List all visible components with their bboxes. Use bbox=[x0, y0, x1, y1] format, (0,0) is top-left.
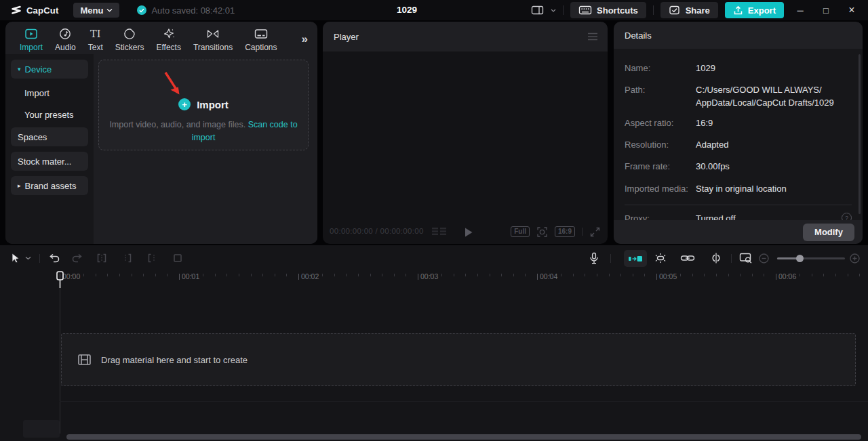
ruler-minor-tick bbox=[490, 274, 490, 276]
detail-value: C:/Users/GOOD WILL ALWAYS/ AppData/Local… bbox=[696, 84, 852, 110]
crop-button[interactable] bbox=[170, 250, 186, 266]
tabs-expand-button[interactable]: » bbox=[302, 33, 309, 46]
tab-import[interactable]: Import bbox=[14, 27, 49, 52]
link-button[interactable] bbox=[679, 250, 696, 266]
maximize-button[interactable]: □ bbox=[816, 0, 835, 20]
tool-chevron-button[interactable] bbox=[23, 250, 33, 266]
export-button[interactable]: Export bbox=[725, 2, 784, 18]
ruler-minor-tick bbox=[132, 274, 132, 276]
tab-effects[interactable]: Effects bbox=[150, 27, 186, 52]
auto-snap-toggle[interactable] bbox=[624, 250, 647, 267]
split-button[interactable] bbox=[94, 250, 110, 266]
ruler-minor-tick bbox=[501, 274, 502, 276]
ruler-minor-tick bbox=[609, 274, 610, 276]
detail-label: Frame rate: bbox=[625, 161, 696, 173]
player-title: Player bbox=[334, 32, 359, 42]
fullscreen-icon[interactable] bbox=[589, 226, 601, 238]
sidebar-item-your-presets[interactable]: Your presets bbox=[11, 106, 88, 123]
sidebar-item-spaces[interactable]: Spaces bbox=[11, 127, 88, 146]
details-scrollbar[interactable] bbox=[859, 54, 861, 214]
import-dropzone[interactable]: + Import Import video, audio, and image … bbox=[98, 60, 309, 150]
frame-pages-icon[interactable] bbox=[431, 227, 448, 236]
delete-right-button[interactable] bbox=[144, 250, 160, 266]
zoom-in-button[interactable] bbox=[846, 250, 863, 266]
zoom-fit-icon[interactable] bbox=[536, 226, 548, 238]
redo-button[interactable] bbox=[69, 250, 85, 266]
detail-label: Resolution: bbox=[625, 139, 696, 152]
aspect-ratio-button[interactable]: 16:9 bbox=[555, 226, 575, 237]
titlebar-left: CapCut Menu Auto saved: 08:42:01 bbox=[0, 0, 235, 20]
share-button[interactable]: Share bbox=[660, 2, 718, 18]
media-content-area: + Import Import video, audio, and image … bbox=[94, 54, 317, 244]
timeline-dropzone[interactable]: Drag material here and start to create bbox=[61, 333, 856, 386]
play-button[interactable] bbox=[461, 225, 476, 240]
ruler-minor-tick bbox=[358, 274, 359, 276]
snap-icon bbox=[628, 254, 643, 264]
ruler-minor-tick bbox=[848, 274, 848, 276]
timeline-zoom-slider[interactable] bbox=[777, 257, 845, 259]
minimize-button[interactable]: ─ bbox=[791, 0, 810, 20]
delete-left-button[interactable] bbox=[119, 250, 136, 266]
ruler-minor-tick bbox=[716, 274, 717, 276]
ruler-minor-tick bbox=[740, 274, 741, 276]
tab-audio[interactable]: Audio bbox=[49, 27, 82, 52]
sidebar-item-device[interactable]: ▾ Device bbox=[11, 60, 88, 79]
tab-label: Effects bbox=[156, 43, 180, 52]
menu-button[interactable]: Menu bbox=[73, 3, 119, 18]
details-footer: Modify bbox=[614, 220, 863, 244]
layout-button[interactable] bbox=[531, 5, 544, 16]
titlebar-separator bbox=[653, 5, 654, 15]
undo-button[interactable] bbox=[46, 250, 62, 266]
detail-value: 16:9 bbox=[696, 117, 852, 130]
tab-text[interactable]: TI Text bbox=[82, 27, 109, 52]
timeline-ruler[interactable]: 00:0000:0100:0200:0300:0400:0500:06 bbox=[0, 271, 868, 286]
preview-axis-icon bbox=[709, 252, 723, 264]
titlebar: CapCut Menu Auto saved: 08:42:01 1029 bbox=[0, 0, 868, 20]
playhead[interactable] bbox=[56, 271, 64, 289]
close-button[interactable]: × bbox=[842, 0, 861, 20]
autosave-text: Auto saved: 08:42:01 bbox=[151, 5, 235, 16]
ruler-minor-tick bbox=[513, 274, 514, 276]
tab-stickers[interactable]: Stickers bbox=[109, 27, 151, 52]
select-tool-button[interactable] bbox=[7, 250, 23, 266]
tab-captions[interactable]: Captions bbox=[239, 27, 283, 52]
app-name: CapCut bbox=[26, 5, 58, 16]
full-preview-button[interactable]: Full bbox=[511, 226, 530, 237]
zoom-slider-handle[interactable] bbox=[796, 255, 804, 262]
media-sidebar: ▾ Device Import Your presets Spaces Stoc… bbox=[5, 54, 94, 244]
sidebar-item-stock-materials[interactable]: Stock mater... bbox=[11, 152, 88, 171]
track-header-corner bbox=[23, 420, 60, 438]
sidebar-item-label: Stock mater... bbox=[18, 156, 71, 167]
ruler-minor-tick bbox=[251, 274, 252, 276]
import-title: Import bbox=[197, 99, 229, 110]
ruler-minor-tick bbox=[275, 274, 275, 276]
ruler-minor-tick bbox=[311, 274, 311, 276]
help-icon[interactable]: ? bbox=[842, 213, 852, 220]
player-menu-icon[interactable] bbox=[587, 33, 598, 41]
preview-axis-button[interactable] bbox=[708, 250, 724, 266]
zoom-out-button[interactable] bbox=[755, 250, 772, 266]
modify-button[interactable]: Modify bbox=[803, 224, 854, 241]
ruler-minor-tick bbox=[669, 274, 669, 276]
shortcuts-button[interactable]: Shortcuts bbox=[570, 2, 646, 18]
sidebar-item-import[interactable]: Import bbox=[11, 84, 88, 102]
layout-chevron-icon[interactable] bbox=[551, 9, 556, 12]
timeline-horizontal-scrollbar[interactable] bbox=[66, 434, 861, 440]
render-preview-button[interactable] bbox=[738, 250, 754, 266]
main-track-magnet-button[interactable] bbox=[652, 250, 669, 266]
record-voiceover-button[interactable] bbox=[586, 250, 602, 266]
tab-transitions[interactable]: Transitions bbox=[187, 27, 239, 52]
share-icon bbox=[669, 5, 681, 16]
ruler-minor-tick bbox=[465, 274, 466, 276]
media-tabs: Import Audio TI Text Stickers Effects Tr… bbox=[5, 22, 317, 56]
ruler-minor-tick bbox=[406, 274, 406, 276]
player-header: Player bbox=[323, 22, 608, 51]
ruler-minor-tick bbox=[800, 274, 800, 276]
text-icon: TI bbox=[90, 27, 100, 41]
detail-row-path: Path: C:/Users/GOOD WILL ALWAYS/ AppData… bbox=[625, 84, 852, 110]
ruler-minor-tick bbox=[167, 274, 167, 276]
sidebar-item-brand-assets[interactable]: ▸ Brand assets bbox=[11, 176, 88, 195]
ruler-minor-tick bbox=[215, 274, 216, 276]
ruler-major-tick: 00:01 bbox=[179, 274, 180, 280]
ruler-minor-tick bbox=[561, 274, 561, 276]
